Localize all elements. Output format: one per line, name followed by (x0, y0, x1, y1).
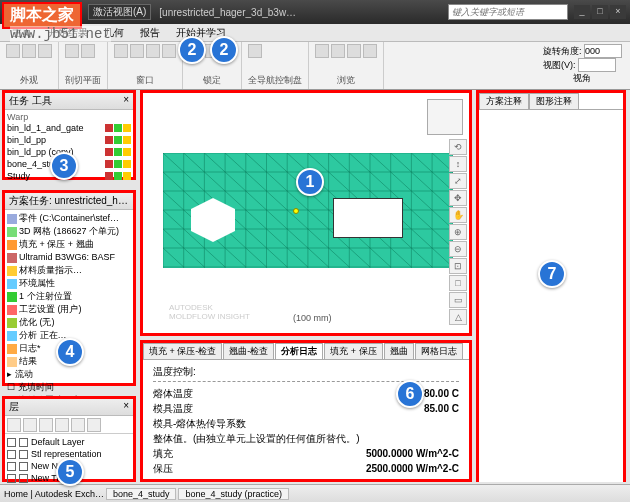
tree-node[interactable]: 工艺设置 (用户) (7, 303, 131, 316)
svg-line-99 (411, 248, 432, 267)
status-home[interactable]: Home | Autodesk Exch… (4, 489, 104, 499)
viewcube[interactable] (427, 99, 463, 135)
ribbon-group-label: 全导航控制盘 (248, 74, 302, 87)
rotation-input[interactable] (584, 44, 622, 58)
checkbox[interactable] (19, 474, 28, 483)
svg-line-62 (287, 229, 308, 248)
view-tool-button[interactable]: ⊖ (449, 241, 467, 257)
svg-line-45 (225, 248, 246, 267)
ribbon-icon[interactable] (130, 44, 144, 58)
ribbon-icon[interactable] (114, 44, 128, 58)
log-tab[interactable]: 网格日志 (415, 343, 463, 359)
ribbon-icon[interactable] (162, 44, 176, 58)
view-tool-button[interactable]: ⤢ (449, 173, 467, 189)
view-input[interactable] (578, 58, 616, 72)
ribbon-group-label: 浏览 (315, 74, 377, 87)
status-tab[interactable]: bone_4_study (106, 488, 177, 500)
notes-body[interactable] (479, 110, 623, 482)
tab-tasks[interactable]: 任务 (9, 94, 29, 108)
checkbox[interactable] (19, 438, 28, 447)
tree-node[interactable]: ▸ 流动 (7, 368, 131, 381)
view-tool-button[interactable]: ⟲ (449, 139, 467, 155)
minimize-button[interactable]: _ (574, 5, 590, 19)
checkbox[interactable] (7, 438, 16, 447)
view-tool-button[interactable]: ✋ (449, 207, 467, 223)
ribbon-icon[interactable] (331, 44, 345, 58)
help-search-input[interactable] (448, 4, 568, 20)
ribbon-icon[interactable] (65, 44, 79, 58)
view-tool-button[interactable]: ⊕ (449, 224, 467, 240)
svg-line-70 (329, 153, 350, 172)
layer-tool-icon[interactable] (55, 418, 69, 432)
checkbox[interactable] (19, 462, 28, 471)
svg-line-53 (267, 172, 288, 191)
log-tab[interactable]: 填充 + 保压 (324, 343, 382, 359)
task-list-item[interactable]: bin_ld_pp (7, 134, 131, 146)
log-tab[interactable]: 翘曲 (384, 343, 414, 359)
tree-node[interactable]: Ultramid B3WG6: BASF (7, 251, 131, 264)
tree-node[interactable]: 优化 (无) (7, 316, 131, 329)
view-tool-button[interactable]: ▭ (449, 292, 467, 308)
svg-line-50 (246, 229, 267, 248)
statusbar: Home | Autodesk Exch… bone_4_study bone_… (0, 484, 630, 502)
tree-node[interactable]: 环境属性 (7, 277, 131, 290)
layer-tool-icon[interactable] (7, 418, 21, 432)
view-tool-button[interactable]: □ (449, 275, 467, 291)
tree-node[interactable]: 零件 (C:\Container\stef… (7, 212, 131, 225)
log-row: 保压2500.0000 W/m^2-C (153, 461, 459, 476)
ribbon-icon[interactable] (6, 44, 20, 58)
checkbox[interactable] (7, 474, 16, 483)
checkbox[interactable] (19, 450, 28, 459)
svg-line-87 (370, 248, 391, 267)
tab-graphic-notes[interactable]: 图形注释 (529, 93, 579, 109)
svg-line-67 (308, 210, 329, 229)
tree-node[interactable]: 1 个注射位置 (7, 290, 131, 303)
view-tool-button[interactable]: ✥ (449, 190, 467, 206)
ribbon-icon[interactable] (146, 44, 160, 58)
log-tab[interactable]: 填充 + 保压-检查 (143, 343, 222, 359)
close-button[interactable]: × (610, 5, 626, 19)
rect-cutout (333, 198, 403, 238)
layer-item[interactable]: Default Layer (7, 436, 131, 448)
ribbon-icon[interactable] (81, 44, 95, 58)
tab-plan-notes[interactable]: 方案注释 (479, 93, 529, 109)
ribbon-icon[interactable] (38, 44, 52, 58)
ribbon-icon[interactable] (315, 44, 329, 58)
view-tool-button[interactable]: △ (449, 309, 467, 325)
log-tab[interactable]: 翘曲-检查 (223, 343, 274, 359)
ribbon-icon[interactable] (22, 44, 36, 58)
tree-node[interactable]: 填充 + 保压 + 翘曲 (7, 238, 131, 251)
tree-node[interactable]: ☐ 充填时间 (7, 381, 131, 394)
svg-line-28 (184, 153, 205, 172)
view-tool-button[interactable]: ⊡ (449, 258, 467, 274)
ribbon-icon[interactable] (248, 44, 262, 58)
tree-node[interactable]: 材料质量指示… (7, 264, 131, 277)
maximize-button[interactable]: □ (592, 5, 608, 19)
annotation-badge-3: 3 (50, 152, 78, 180)
ribbon-icon[interactable] (347, 44, 361, 58)
layer-tool-icon[interactable] (39, 418, 53, 432)
viewport-panel[interactable]: placeholder AUTODESK MOLDFLOW INSIGHT (1… (140, 90, 472, 336)
ribbon-group-label: 锁定 (189, 74, 235, 87)
close-icon[interactable]: × (123, 400, 129, 414)
svg-line-35 (204, 172, 225, 191)
ribbon: 外观 剖切平面 窗口 锁定 全导航控制盘 浏览 旋转角度: 视图(V): 视角 (0, 42, 630, 90)
tree-node[interactable]: 3D 网格 (186627 个单元) (7, 225, 131, 238)
view-tool-button[interactable]: ↕ (449, 156, 467, 172)
svg-line-69 (308, 248, 329, 267)
ribbon-icon[interactable] (363, 44, 377, 58)
checkbox[interactable] (7, 450, 16, 459)
svg-line-57 (267, 248, 288, 267)
svg-line-75 (329, 248, 350, 267)
task-list-item[interactable]: bin_ld_1_and_gate (7, 122, 131, 134)
log-tab[interactable]: 分析日志 (275, 343, 323, 359)
menu-item[interactable]: 报告 (132, 26, 168, 40)
layer-tool-icon[interactable] (87, 418, 101, 432)
checkbox[interactable] (7, 462, 16, 471)
close-icon[interactable]: × (123, 94, 129, 108)
status-tab[interactable]: bone_4_study (practice) (178, 488, 289, 500)
layer-tool-icon[interactable] (23, 418, 37, 432)
activate-view-label[interactable]: 激活视图(A) (88, 4, 151, 20)
layer-tool-icon[interactable] (71, 418, 85, 432)
tab-tools[interactable]: 工具 (32, 94, 52, 108)
